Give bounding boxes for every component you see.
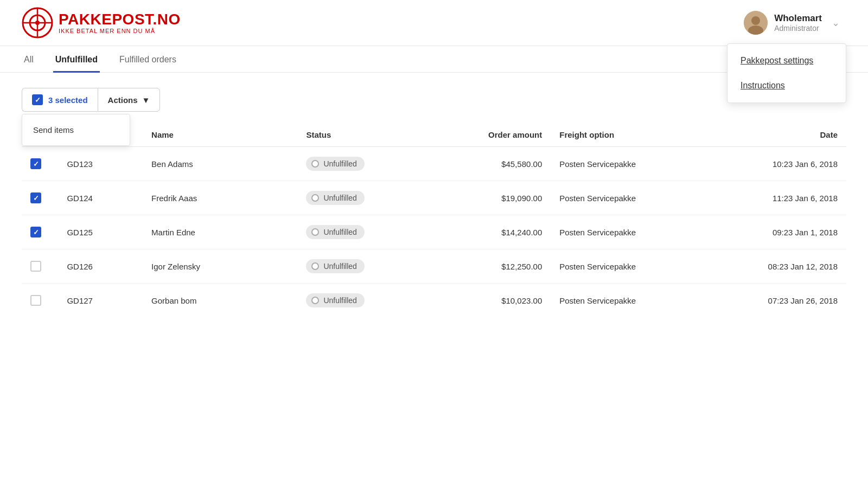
logo: PAKKEPOST.NO IKKE BETAL MER ENN DU MÅ	[22, 7, 181, 38]
selected-count: 3 selected	[48, 95, 88, 105]
row-amount: $14,240.00	[438, 215, 551, 249]
actions-button[interactable]: Actions ▼	[98, 88, 161, 112]
row-status: Unfulfilled	[297, 215, 438, 249]
row-date: 09:23 Jan 1, 2018	[706, 215, 846, 249]
user-name: Wholemart	[774, 13, 822, 24]
row-check-cell	[22, 215, 58, 249]
row-orderid: GD124	[58, 181, 143, 215]
row-check-cell	[22, 284, 58, 318]
status-dot-icon	[311, 228, 319, 236]
row-checkbox[interactable]	[30, 158, 41, 169]
status-badge: Unfulfilled	[306, 191, 364, 205]
status-badge: Unfulfilled	[306, 225, 364, 239]
row-date: 08:23 Jan 12, 2018	[706, 249, 846, 284]
row-orderid: GD127	[58, 284, 143, 318]
status-label: Unfulfilled	[323, 296, 356, 305]
orders-table: Orderid Name Status Order amount Freight…	[22, 123, 846, 317]
user-role: Administrator	[774, 24, 822, 33]
tab-fulfilled[interactable]: Fulfilled orders	[117, 46, 178, 73]
status-dot-icon	[311, 194, 319, 202]
status-dot-icon	[311, 160, 319, 168]
user-info: Wholemart Administrator	[774, 13, 822, 33]
row-freight: Posten Servicepakke	[551, 147, 705, 181]
row-checkbox[interactable]	[30, 192, 41, 203]
row-amount: $45,580.00	[438, 147, 551, 181]
logo-text: PAKKEPOST.NO IKKE BETAL MER ENN DU MÅ	[59, 11, 181, 35]
row-name: Fredrik Aaas	[143, 181, 297, 215]
actions-dropdown: Send items	[22, 114, 130, 146]
status-badge: Unfulfilled	[306, 293, 364, 307]
row-date: 07:23 Jan 26, 2018	[706, 284, 846, 318]
row-orderid: GD123	[58, 147, 143, 181]
tab-all[interactable]: All	[22, 46, 36, 73]
table-row: GD127 Gorban bom Unfulfilled $10,023.00 …	[22, 284, 846, 318]
dropdown-item-pakkepost-settings[interactable]: Pakkepost settings	[727, 48, 846, 73]
dropdown-item-instructions[interactable]: Instructions	[727, 73, 846, 98]
brand-tagline: IKKE BETAL MER ENN DU MÅ	[59, 28, 181, 34]
status-dot-icon	[311, 262, 319, 270]
row-check-cell	[22, 249, 58, 284]
row-amount: $10,023.00	[438, 284, 551, 318]
row-name: Martin Edne	[143, 215, 297, 249]
row-freight: Posten Servicepakke	[551, 284, 705, 318]
status-dot-icon	[311, 297, 319, 304]
row-status: Unfulfilled	[297, 147, 438, 181]
content: 3 selected Actions ▼ Send items Orderid …	[0, 73, 868, 332]
row-amount: $12,250.00	[438, 249, 551, 284]
row-name: Ben Adams	[143, 147, 297, 181]
row-checkbox[interactable]	[30, 227, 41, 237]
row-check-cell	[22, 147, 58, 181]
row-date: 10:23 Jan 6, 2018	[706, 147, 846, 181]
col-header-amount: Order amount	[438, 123, 551, 147]
row-freight: Posten Servicepakke	[551, 181, 705, 215]
col-header-name: Name	[143, 123, 297, 147]
user-menu[interactable]: Wholemart Administrator ⌄	[737, 7, 846, 39]
row-orderid: GD125	[58, 215, 143, 249]
header: PAKKEPOST.NO IKKE BETAL MER ENN DU MÅ Wh…	[0, 0, 868, 46]
actions-bar: 3 selected Actions ▼ Send items	[22, 88, 846, 112]
row-freight: Posten Servicepakke	[551, 215, 705, 249]
table-row: GD126 Igor Zelensky Unfulfilled $12,250.…	[22, 249, 846, 284]
table-row: GD125 Martin Edne Unfulfilled $14,240.00…	[22, 215, 846, 249]
actions-send-items[interactable]: Send items	[22, 119, 130, 141]
user-dropdown-menu: Pakkepost settings Instructions	[727, 43, 846, 103]
col-header-date: Date	[706, 123, 846, 147]
row-status: Unfulfilled	[297, 181, 438, 215]
status-label: Unfulfilled	[323, 159, 356, 168]
tab-unfulfilled[interactable]: Unfulfilled	[53, 46, 100, 73]
avatar	[744, 11, 768, 35]
table-row: GD124 Fredrik Aaas Unfulfilled $19,090.0…	[22, 181, 846, 215]
row-name: Igor Zelensky	[143, 249, 297, 284]
chevron-down-icon: ⌄	[832, 17, 840, 29]
status-badge: Unfulfilled	[306, 259, 364, 273]
table-body: GD123 Ben Adams Unfulfilled $45,580.00 P…	[22, 147, 846, 318]
actions-label: Actions	[108, 95, 138, 105]
svg-point-6	[751, 16, 760, 25]
row-amount: $19,090.00	[438, 181, 551, 215]
status-label: Unfulfilled	[323, 262, 356, 271]
col-header-freight: Freight option	[551, 123, 705, 147]
row-status: Unfulfilled	[297, 284, 438, 318]
col-header-status: Status	[297, 123, 438, 147]
table-header: Orderid Name Status Order amount Freight…	[22, 123, 846, 147]
actions-chevron-icon: ▼	[142, 95, 150, 105]
select-all-checkbox[interactable]	[32, 94, 43, 105]
row-checkbox[interactable]	[30, 261, 41, 272]
row-name: Gorban bom	[143, 284, 297, 318]
table-row: GD123 Ben Adams Unfulfilled $45,580.00 P…	[22, 147, 846, 181]
logo-icon	[22, 7, 53, 38]
row-freight: Posten Servicepakke	[551, 249, 705, 284]
row-orderid: GD126	[58, 249, 143, 284]
selected-badge[interactable]: 3 selected	[22, 88, 98, 112]
row-status: Unfulfilled	[297, 249, 438, 284]
brand-name: PAKKEPOST.NO	[59, 11, 181, 28]
row-check-cell	[22, 181, 58, 215]
row-date: 11:23 Jan 6, 2018	[706, 181, 846, 215]
status-label: Unfulfilled	[323, 194, 356, 202]
row-checkbox[interactable]	[30, 295, 41, 306]
status-label: Unfulfilled	[323, 228, 356, 236]
status-badge: Unfulfilled	[306, 157, 364, 171]
